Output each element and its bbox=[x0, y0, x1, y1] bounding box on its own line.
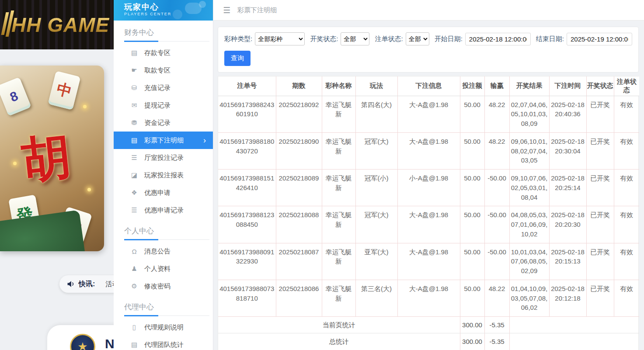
column-header: 注单号 bbox=[218, 76, 276, 96]
table-cell: 有效 bbox=[614, 96, 639, 132]
table-cell: 亚军(大) bbox=[355, 243, 397, 280]
column-header: 彩种名称 bbox=[322, 76, 355, 96]
hall-bet-record-icon: ☰ bbox=[129, 154, 140, 162]
promo-big-character: 胡 bbox=[18, 124, 74, 194]
screen: HH GAME 8 中 胡 發 中 快讯: 活动延 ★ N bbox=[0, 0, 644, 350]
main-content: ☰ 彩票下注明细 彩种类型: 全部彩种 开奖状态: 全部 注单状态: 全部 开始… bbox=[213, 0, 644, 350]
ticker-label: 快讯: bbox=[79, 280, 95, 289]
column-header: 下注时间 bbox=[549, 76, 586, 96]
sidebar: 玩家中心 PLAYERS CENTER 财务中心▤存款专区☛取款专区⛁充值记录✉… bbox=[114, 0, 213, 350]
brand-logo: HH GAME bbox=[11, 13, 114, 37]
table-cell: 09,06,10,01,08,02,07,04,03,05 bbox=[509, 132, 549, 169]
sidebar-item-label: 提现记录 bbox=[144, 101, 171, 110]
table-cell: 09,10,07,06,02,05,03,01,08,04 bbox=[509, 170, 549, 206]
topbar: ☰ 彩票下注明细 bbox=[213, 0, 644, 21]
table-cell: 20250218087 bbox=[276, 243, 322, 280]
section-underline bbox=[124, 315, 209, 316]
sidebar-item-withdrawal-record[interactable]: ✉提现记录 bbox=[114, 97, 213, 114]
table-cell: 2025-02-18 20:15:13 bbox=[549, 243, 586, 280]
sidebar-item-promo-apply[interactable]: ❖优惠申请 bbox=[114, 184, 213, 201]
table-cell: 幸运飞艇新 bbox=[322, 170, 355, 206]
promo-apply-icon: ❖ bbox=[129, 189, 140, 197]
mahjong-tile: 8 bbox=[0, 77, 31, 116]
summary-empty bbox=[509, 333, 639, 350]
table-cell: 大-A盘@1.98 bbox=[397, 96, 460, 132]
sidebar-item-promo-record[interactable]: ☰优惠申请记录 bbox=[114, 201, 213, 219]
search-button[interactable]: 查询 bbox=[224, 51, 251, 66]
sidebar-item-agent-team-stats[interactable]: ▤代理团队统计 bbox=[114, 336, 213, 350]
table-cell: 2025-02-18 20:25:14 bbox=[549, 170, 586, 206]
table-cell: 已开奖 bbox=[586, 280, 614, 316]
table-cell: 已开奖 bbox=[586, 132, 614, 169]
table-cell: 第四名(大) bbox=[355, 96, 397, 132]
column-header: 投注额 bbox=[460, 76, 484, 96]
sidebar-item-label: 厅室投注记录 bbox=[144, 154, 184, 162]
news-ticker: 快讯: 活动延 bbox=[59, 275, 114, 293]
table-cell: 2025-02-18 20:30:04 bbox=[549, 132, 586, 169]
sidebar-item-change-password-gear[interactable]: ⚙修改密码 bbox=[114, 277, 213, 295]
sidebar-item-recharge-record[interactable]: ⛁充值记录 bbox=[114, 79, 213, 97]
sidebar-item-label: 消息公告 bbox=[144, 247, 171, 256]
promo-record-icon: ☰ bbox=[129, 206, 140, 214]
start-date-label: 开始日期: bbox=[435, 35, 463, 43]
sidebar-item-lottery-bet-detail[interactable]: ▤彩票下注明细› bbox=[114, 132, 213, 149]
end-date-input[interactable] bbox=[567, 33, 632, 45]
sidebar-item-agent-rules-doc[interactable]: ▯代理规则说明 bbox=[114, 319, 213, 336]
order-status-select[interactable]: 全部 bbox=[406, 32, 429, 45]
table-cell: 有效 bbox=[614, 170, 639, 206]
summary-winloss-total: -5.35 bbox=[484, 317, 509, 333]
sidebar-section-title: 财务中心 bbox=[124, 28, 202, 38]
table-row: 40156917398812308845020250218088幸运飞艇新冠军(… bbox=[218, 206, 639, 243]
table-cell: 2025-02-18 20:40:36 bbox=[549, 96, 586, 132]
deposit-card-icon: ▤ bbox=[129, 49, 140, 57]
column-header: 开奖结果 bbox=[509, 76, 549, 96]
table-cell: 01,04,10,09,03,05,07,08,06,02 bbox=[509, 280, 549, 316]
summary-empty bbox=[509, 317, 639, 333]
sidebar-item-label: 个人资料 bbox=[144, 265, 171, 273]
sidebar-item-deposit-card[interactable]: ▤存款专区 bbox=[114, 44, 213, 62]
table-cell: 第三名(大) bbox=[355, 280, 397, 316]
ticker-text: 活动延 bbox=[105, 280, 114, 288]
site-badge-logo: ★ bbox=[70, 334, 95, 350]
table-cell: 2025-02-18 20:20:30 bbox=[549, 206, 586, 243]
table-cell: 大-A盘@1.98 bbox=[397, 206, 460, 243]
recharge-record-icon: ⛁ bbox=[129, 84, 140, 92]
sidebar-item-label: 代理规则说明 bbox=[144, 323, 184, 332]
table-cell: 50.00 bbox=[460, 132, 484, 169]
table-cell: 有效 bbox=[614, 206, 639, 243]
sidebar-item-label: 存款专区 bbox=[144, 49, 171, 57]
lottery-type-label: 彩种类型: bbox=[224, 35, 252, 43]
player-bet-report-icon: ◪ bbox=[129, 171, 140, 179]
sidebar-item-profile-person[interactable]: ♟个人资料 bbox=[114, 260, 213, 277]
sidebar-item-announcement-bell[interactable]: Ω消息公告 bbox=[114, 243, 213, 260]
badge-letter: N bbox=[105, 336, 114, 350]
lottery-type-select[interactable]: 全部彩种 bbox=[255, 32, 305, 45]
section-underline bbox=[124, 239, 209, 240]
gamepad-decoration-icon bbox=[199, 1, 206, 8]
table-cell: 冠军(大) bbox=[355, 132, 397, 169]
sidebar-item-withdraw-hand[interactable]: ☛取款专区 bbox=[114, 62, 213, 79]
end-date-label: 结束日期: bbox=[536, 35, 564, 43]
summary-label: 当前页统计 bbox=[218, 317, 460, 333]
start-date-input[interactable] bbox=[465, 33, 531, 45]
sparkle bbox=[83, 105, 87, 108]
withdraw-hand-icon: ☛ bbox=[129, 66, 140, 74]
sidebar-section-title: 代理中心 bbox=[124, 302, 202, 312]
table-row: 40156917398815142641020250218089幸运飞艇新冠军(… bbox=[218, 170, 639, 206]
menu-toggle-icon[interactable]: ☰ bbox=[223, 5, 230, 15]
table-cell: 2025-02-18 20:12:18 bbox=[549, 280, 586, 316]
summary-bet-total: 300.00 bbox=[460, 317, 484, 333]
summary-winloss-total: -5.35 bbox=[484, 333, 509, 350]
bets-table: 注单号期数彩种名称玩法下注信息投注额输赢开奖结果下注时间开奖状态注单状态4015… bbox=[218, 76, 639, 350]
table-cell: 50.00 bbox=[460, 170, 484, 206]
table-row: 40156917398809132293020250218087幸运飞艇新亚军(… bbox=[218, 243, 639, 280]
column-header: 注单状态 bbox=[614, 76, 639, 96]
sidebar-item-hall-bet-record[interactable]: ☰厅室投注记录 bbox=[114, 149, 213, 166]
sidebar-item-player-bet-report[interactable]: ◪玩家投注报表 bbox=[114, 166, 213, 184]
table-cell: -50.00 bbox=[484, 170, 509, 206]
draw-status-select[interactable]: 全部 bbox=[341, 32, 369, 45]
table-cell: 已开奖 bbox=[586, 206, 614, 243]
table-cell: 20250218090 bbox=[276, 132, 322, 169]
summary-label: 总统计 bbox=[218, 333, 460, 350]
sidebar-item-funds-record[interactable]: ⛃资金记录 bbox=[114, 114, 213, 132]
